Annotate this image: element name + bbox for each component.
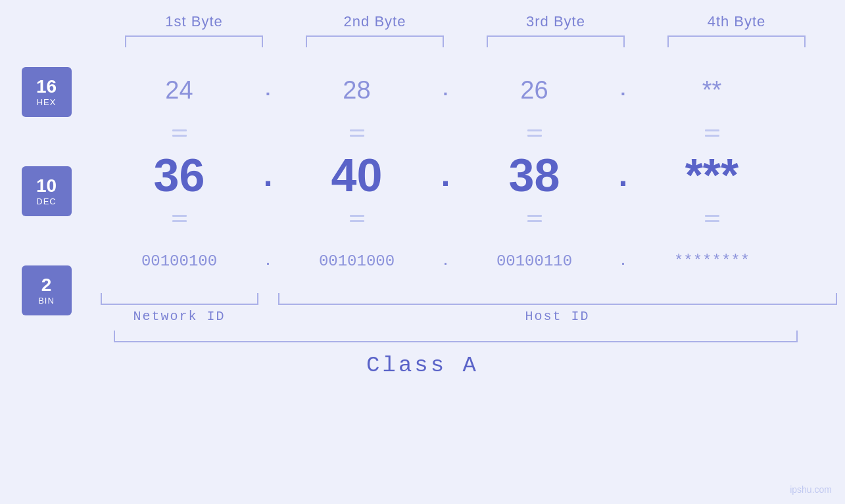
badge-bin-num: 2 [41,275,52,296]
bin-cell-4: ******** [633,252,791,270]
bottom-brackets-row [101,293,837,305]
badge-dec-base: DEC [36,196,56,206]
network-id-label: Network ID [133,309,225,324]
dec-value-4: *** [685,149,739,202]
parallel-icon-4 [705,129,719,137]
eq1-4 [633,129,791,137]
bin-value-3: 00100110 [496,252,572,270]
bin-value-4: ******** [674,252,750,270]
main-content: 16 HEX 10 DEC 2 BIN 24 . 28 [22,60,837,324]
parallel-icon-8 [705,215,719,222]
equals-row-1 [101,120,837,146]
bin-cell-2: 00101000 [278,252,436,270]
dec-dot-1: . [258,158,278,196]
badge-bin: 2 BIN [22,265,72,315]
byte-label-4: 4th Byte [658,13,815,30]
top-brackets [104,35,827,47]
parallel-icon-7 [527,215,542,222]
badge-dec: 10 DEC [22,166,72,216]
eq2-2 [278,215,436,222]
hex-dot-1: . [258,80,278,101]
bin-dot-3: . [614,254,633,269]
dec-row: 36 . 40 . 38 . *** [101,146,837,205]
class-label: Class A [366,353,479,378]
class-bracket [114,331,798,342]
dec-dot-2: . [436,158,456,196]
byte-label-2: 2nd Byte [296,13,454,30]
hex-value-2: 28 [343,76,370,104]
hex-cell-4: ** [633,76,791,104]
eq1-3 [456,129,614,137]
badge-hex-base: HEX [37,97,57,107]
eq1-1 [101,129,258,137]
dec-value-3: 38 [509,149,560,202]
dec-value-2: 40 [331,149,383,202]
dec-cell-4: *** [633,149,791,202]
section-labels-row: Network ID Host ID [101,309,837,324]
badge-hex-num: 16 [36,77,57,97]
bin-value-1: 00100100 [141,252,217,270]
host-label-container: Host ID [278,309,837,324]
byte-label-3: 3rd Byte [477,13,635,30]
eq2-1 [101,215,258,222]
bracket-1 [125,35,263,47]
dec-value-1: 36 [154,149,205,202]
parallel-icon-5 [172,215,187,222]
watermark: ipshu.com [790,484,832,495]
badges-column: 16 HEX 10 DEC 2 BIN [22,67,87,315]
parallel-icon-2 [350,129,364,137]
bin-cell-3: 00100110 [456,252,614,270]
bin-value-2: 00101000 [319,252,395,270]
dec-dot-3: . [614,158,633,196]
parallel-icon-3 [527,129,542,137]
bin-dot-2: . [436,254,456,269]
byte-headers: 1st Byte 2nd Byte 3rd Byte 4th Byte [104,13,827,30]
hex-dot-2: . [436,80,456,101]
bin-row: 00100100 . 00101000 . 00100110 . *******… [101,231,837,290]
eq1-2 [278,129,436,137]
parallel-icon-6 [350,215,364,222]
network-label-container: Network ID [101,309,258,324]
dec-cell-2: 40 [278,149,436,202]
main-container: 1st Byte 2nd Byte 3rd Byte 4th Byte 16 H… [0,0,845,504]
equals-row-2 [101,205,837,231]
badge-bin-base: BIN [38,296,55,306]
hex-row: 24 . 28 . 26 . ** [101,60,837,120]
hex-value-1: 24 [165,76,193,104]
byte-label-1: 1st Byte [115,13,273,30]
parallel-icon-1 [172,129,187,137]
full-bottom-bracket-area [114,331,798,342]
dec-cell-1: 36 [101,149,258,202]
eq2-4 [633,215,791,222]
hex-dot-3: . [614,80,633,101]
host-bracket [278,293,837,305]
host-id-label: Host ID [525,309,589,324]
network-bracket [101,293,258,305]
hex-value-3: 26 [520,76,548,104]
bracket-2 [306,35,444,47]
bin-dot-1: . [258,254,278,269]
badge-dec-num: 10 [36,176,57,196]
badge-hex: 16 HEX [22,67,72,117]
bracket-4 [667,35,806,47]
hex-cell-1: 24 [101,76,258,104]
hex-cell-2: 28 [278,76,436,104]
hex-cell-3: 26 [456,76,614,104]
bin-cell-1: 00100100 [101,252,258,270]
bracket-3 [487,35,625,47]
eq2-3 [456,215,614,222]
hex-value-4: ** [702,76,722,104]
dec-cell-3: 38 [456,149,614,202]
class-label-row: Class A [366,353,479,378]
rows-area: 24 . 28 . 26 . ** [101,60,837,324]
